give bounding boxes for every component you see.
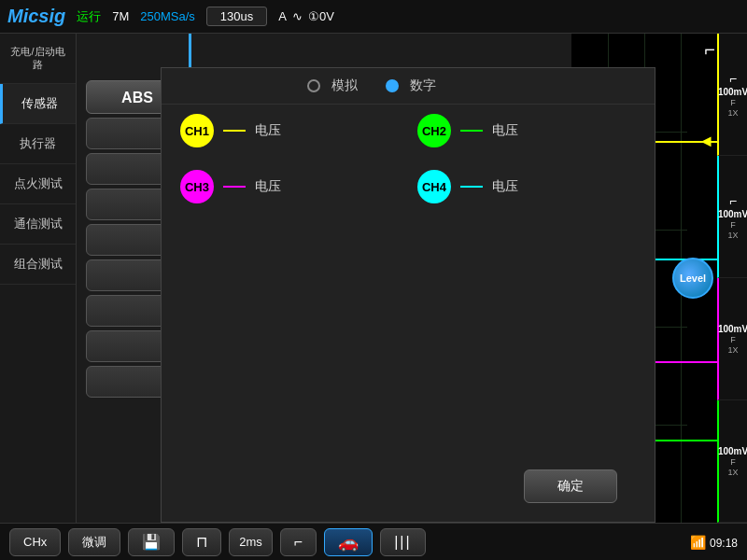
step-icon: ⌐ <box>294 534 303 551</box>
logo: Micsig <box>7 6 65 27</box>
ch4-label-block[interactable]: 100mV F 1X <box>717 400 747 523</box>
ch3-1x: 1X <box>727 345 738 355</box>
ch2-row: CH2 电压 <box>417 114 636 147</box>
analog-radio-group[interactable]: 模拟 <box>307 77 358 94</box>
ch3-f: F <box>730 335 736 344</box>
sample-rate: 250MSa/s <box>140 9 195 23</box>
step-button[interactable]: ⌐ <box>280 528 317 556</box>
ch2-label-block[interactable]: ⌐ 100mV F 1X <box>717 156 747 278</box>
digital-radio-dot[interactable] <box>386 79 399 92</box>
confirm-button[interactable]: 确定 <box>524 469 617 503</box>
top-bar: Micsig 运行 7M 250MSa/s 130us A ∿ ①0V <box>0 0 747 34</box>
ch1-label-block[interactable]: ⌐ 100mV F 1X <box>717 34 747 156</box>
ch2-line <box>460 130 483 132</box>
run-status: 运行 <box>77 8 101 25</box>
ch3-circle: CH3 <box>180 170 214 203</box>
ch2-f: F <box>730 220 736 230</box>
ch1-line <box>223 130 246 132</box>
car-icon: 🚗 <box>338 532 359 553</box>
sidebar-left: 充电/启动电路 传感器 执行器 点火测试 通信测试 组合测试 <box>0 34 77 523</box>
save-icon: 💾 <box>142 533 161 551</box>
ch2-circle: CH2 <box>417 114 451 147</box>
ch1-circle: CH1 <box>180 114 214 147</box>
bottom-bar: CHx 微调 💾 ⊓ 2ms ⌐ 🚗 ||| 📶 09:18 <box>0 523 747 560</box>
pulse-icon: ⊓ <box>196 533 207 551</box>
ch3-mv: 100mV <box>718 324 747 334</box>
dialog-footer: 确定 <box>162 460 655 522</box>
ch1-row: CH1 电压 <box>180 114 399 147</box>
ch1-trig-icon: ⌐ <box>729 71 737 86</box>
vert-lines-button[interactable]: ||| <box>380 528 425 556</box>
analog-radio-label[interactable]: 模拟 <box>331 77 358 94</box>
time-div-button[interactable]: 2ms <box>229 528 273 556</box>
channel-grid: CH1 电压 CH2 电压 CH3 电压 CH4 <box>162 105 655 213</box>
trigger-info: A ∿ ①0V <box>278 9 334 23</box>
ch4-row: CH4 电压 <box>417 170 636 203</box>
ch4-f: F <box>730 457 736 467</box>
main-layout: 充电/启动电路 传感器 执行器 点火测试 通信测试 组合测试 ABS 油门踏板 … <box>0 34 747 523</box>
chx-button[interactable]: CHx <box>9 528 61 556</box>
level-button[interactable]: Level <box>672 258 713 299</box>
ch1-f: F <box>730 98 736 107</box>
ch1-label: 电压 <box>255 122 281 139</box>
ch1-1x: 1X <box>727 108 738 118</box>
trigger-arrow: ◄ <box>698 132 714 151</box>
sidebar-item-comms[interactable]: 通信测试 <box>0 204 76 245</box>
clock: 09:18 <box>710 537 738 550</box>
ch3-label-block[interactable]: 100mV F 1X <box>717 278 747 400</box>
ch2-trig-icon: ⌐ <box>729 193 737 208</box>
ch4-mv: 100mV <box>718 446 747 456</box>
trigger-icon-top[interactable]: ⌐ <box>704 39 715 61</box>
sidebar-item-combo[interactable]: 组合测试 <box>0 245 76 285</box>
memory-depth: 7M <box>112 9 129 23</box>
ch2-label: 电压 <box>492 122 518 139</box>
dialog-header: 模拟 数字 <box>162 68 655 105</box>
wifi-icon: 📶 <box>690 535 706 550</box>
ch1-mv: 100mV <box>718 87 747 97</box>
ch4-1x: 1X <box>727 468 738 477</box>
sidebar-item-sensor[interactable]: 传感器 <box>0 84 76 124</box>
time-div[interactable]: 130us <box>206 7 267 26</box>
ch2-mv: 100mV <box>718 209 747 219</box>
car-button[interactable]: 🚗 <box>324 528 373 556</box>
pulse-button[interactable]: ⊓ <box>182 528 221 556</box>
ch2-1x: 1X <box>727 231 738 240</box>
digital-radio-group[interactable]: 数字 <box>386 77 436 94</box>
center-panel: ABS 油门踏板 空气流量计 凸轮轴 冷却液温度 曲轴 分电器 燃油压力 怠速传… <box>77 34 571 523</box>
ch3-line <box>223 186 246 188</box>
trigger-icons: ⌐ <box>704 39 715 61</box>
digital-radio-label[interactable]: 数字 <box>410 77 436 94</box>
ch-label-blocks: ⌐ 100mV F 1X ⌐ 100mV F 1X 100mV F 1X <box>717 34 747 523</box>
analog-radio-dot[interactable] <box>307 79 320 92</box>
ch4-label: 电压 <box>492 178 518 195</box>
ch3-label: 电压 <box>255 178 281 195</box>
save-button[interactable]: 💾 <box>128 528 175 556</box>
ch4-line <box>460 186 483 188</box>
wifi-clock-area: 📶 09:18 <box>690 535 738 550</box>
sidebar-item-ignition[interactable]: 点火测试 <box>0 164 76 204</box>
fine-tune-button[interactable]: 微调 <box>68 528 120 556</box>
ch4-circle: CH4 <box>417 170 451 203</box>
ch3-row: CH3 电压 <box>180 170 399 203</box>
sidebar-item-charge[interactable]: 充电/启动电路 <box>0 34 76 84</box>
vert-lines-icon: ||| <box>394 534 411 551</box>
sensor-dialog: 模拟 数字 CH1 电压 CH2 电压 <box>161 67 655 523</box>
sidebar-item-actuator[interactable]: 执行器 <box>0 124 76 164</box>
